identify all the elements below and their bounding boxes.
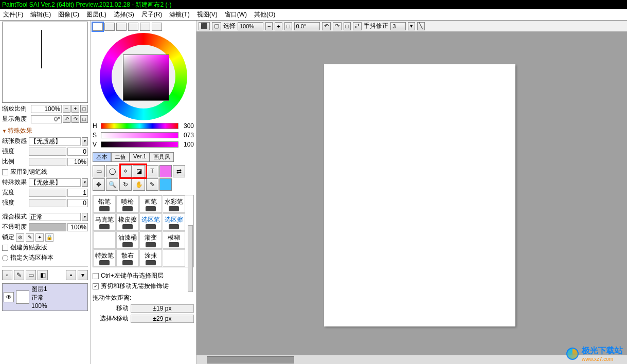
cut-move-checkbox[interactable]: ✓ — [93, 283, 99, 289]
move-tool[interactable]: ✥ — [93, 178, 105, 191]
swap-colors-icon[interactable]: ⇄ — [173, 165, 185, 177]
menu-edit[interactable]: 编辑(E) — [30, 10, 51, 19]
brush-airbrush[interactable]: 喷枪 — [116, 195, 139, 213]
shape-tool[interactable]: ◪ — [133, 165, 145, 177]
palette-tab-hsv[interactable] — [116, 23, 127, 31]
saturation-slider[interactable] — [101, 132, 178, 138]
hue-slider[interactable] — [101, 123, 178, 129]
menu-layer[interactable]: 图层(L) — [86, 10, 106, 19]
line-tool-icon[interactable]: ╲ — [417, 22, 425, 30]
palette-tab-swatches[interactable] — [128, 23, 138, 31]
brush-pencil[interactable]: 铅笔 — [93, 195, 116, 213]
zoom-reset-button[interactable]: □ — [80, 105, 88, 113]
opacity-value[interactable]: 100% — [67, 223, 88, 231]
lock-none-icon[interactable]: ⊘ — [16, 233, 24, 242]
tooltab-art[interactable]: 画具风 — [150, 152, 174, 162]
blend-mode-dropdown[interactable]: ▾ — [82, 213, 88, 221]
width-slider[interactable] — [29, 189, 66, 197]
layer-thumbnail[interactable] — [16, 290, 29, 304]
strength-slider[interactable] — [29, 148, 66, 156]
strength2-slider[interactable] — [29, 199, 66, 207]
color-wheel[interactable] — [95, 33, 192, 120]
hand-tool[interactable]: ✋ — [133, 178, 145, 191]
lock-pixels-icon[interactable]: ✎ — [26, 233, 34, 242]
eyedropper-tool[interactable]: ✎ — [146, 178, 158, 191]
lock-move-icon[interactable]: ✦ — [35, 233, 44, 242]
brush-selerase[interactable]: 选区擦 — [163, 213, 185, 231]
selmove-value[interactable]: ±29 px — [131, 315, 194, 323]
width-value[interactable]: 1 — [67, 189, 88, 197]
canvas-flip[interactable]: ⇄ — [353, 22, 362, 30]
canvas-angle-value[interactable]: 0.0° — [294, 22, 320, 30]
angle-reset-button[interactable]: □ — [80, 115, 88, 123]
menu-view[interactable]: 视图(V) — [197, 10, 218, 19]
canvas-rotate-cw[interactable]: ↷ — [333, 22, 342, 30]
menu-other[interactable]: 其他(O) — [254, 10, 275, 19]
brush-gradient[interactable]: 渐变 — [139, 231, 162, 249]
menu-window[interactable]: 窗口(W) — [225, 10, 247, 19]
rotate-ccw-button[interactable]: ↶ — [63, 115, 70, 123]
menu-filter[interactable]: 滤镜(T) — [169, 10, 189, 19]
palette-tab-grid[interactable] — [152, 23, 162, 31]
brush-scrollbar[interactable] — [188, 225, 193, 292]
new-folder-button[interactable]: ▭ — [26, 270, 36, 280]
stabilizer-toggle[interactable]: ⬛ — [199, 22, 210, 30]
brush-empty1[interactable] — [93, 231, 116, 249]
brush-brush[interactable]: 画笔 — [139, 195, 162, 213]
brush-empty2[interactable] — [163, 249, 185, 267]
tooltab-ver1[interactable]: Ver.1 — [130, 152, 150, 162]
delete-layer-button[interactable]: ▪ — [66, 270, 76, 280]
tooltab-basic[interactable]: 基本 — [93, 152, 111, 162]
strength-value[interactable]: 0 — [67, 148, 88, 156]
canvas-viewport[interactable] — [196, 32, 627, 355]
special-effect-value[interactable]: 【无效果】 — [29, 178, 81, 187]
layer-entry[interactable]: 👁 图层1 正常 100% — [2, 283, 88, 311]
ratio-slider[interactable] — [29, 158, 66, 166]
rect-select-tool[interactable]: ▭ — [93, 165, 105, 177]
canvas-rotate-ccw[interactable]: ↶ — [322, 22, 331, 30]
background-color[interactable] — [159, 178, 172, 191]
palette-tab-wheel[interactable] — [93, 23, 103, 31]
brush-marker[interactable]: 马克笔 — [93, 213, 116, 231]
new-linework-button[interactable]: ✎ — [14, 270, 24, 280]
menu-file[interactable]: 文件(F) — [3, 10, 23, 19]
tooltab-binary[interactable]: 二值 — [111, 152, 130, 162]
rotate-cw-button[interactable]: ↷ — [71, 115, 79, 123]
brush-selpen[interactable]: 选区笔 — [139, 213, 162, 231]
menu-select[interactable]: 选择(S) — [114, 10, 134, 19]
paper-texture-dropdown[interactable]: ▾ — [82, 137, 88, 145]
canvas-angle-reset[interactable]: □ — [344, 22, 351, 30]
menu-ruler[interactable]: 尺子(R) — [141, 10, 163, 19]
opacity-slider[interactable] — [29, 223, 66, 231]
apply-pen-checkbox[interactable] — [2, 169, 8, 175]
menu-image[interactable]: 图像(C) — [58, 10, 79, 19]
zoom-tool[interactable]: 🔍 — [106, 178, 118, 191]
navigator-thumbnail[interactable] — [2, 22, 88, 103]
effects-header[interactable]: 特殊效果 — [2, 126, 88, 135]
canvas-zoom-reset[interactable]: □ — [284, 22, 292, 30]
magic-wand-tool[interactable]: ✧ — [119, 165, 132, 177]
select-mode-checkbox[interactable]: ▢ — [212, 22, 221, 30]
palette-tab-rgb[interactable] — [104, 23, 115, 31]
move-value[interactable]: ±19 px — [131, 304, 194, 313]
lasso-tool[interactable]: ◯ — [106, 165, 118, 177]
special-effect-dropdown[interactable]: ▾ — [82, 178, 88, 187]
angle-value[interactable]: 0° — [31, 115, 62, 123]
layer-visibility-icon[interactable]: 👁 — [4, 292, 14, 302]
brush-eraser[interactable]: 橡皮擦 — [116, 213, 139, 231]
canvas-page[interactable] — [324, 64, 515, 326]
zoom-out-button[interactable]: − — [63, 105, 70, 113]
selection-sample-radio[interactable] — [2, 255, 8, 261]
brush-effect[interactable]: 特效笔 — [93, 249, 116, 267]
blend-mode-value[interactable]: 正常 — [29, 213, 81, 221]
ctrl-click-checkbox[interactable] — [93, 273, 99, 279]
brush-bucket[interactable]: 油漆桶 — [116, 231, 139, 249]
brush-watercolor[interactable]: 水彩笔 — [163, 195, 185, 213]
zoom-value[interactable]: 100% — [31, 105, 62, 113]
zoom-in-button[interactable]: + — [71, 105, 79, 113]
brush-blur[interactable]: 模糊 — [163, 231, 185, 249]
foreground-color[interactable] — [159, 165, 172, 177]
canvas-zoom-in[interactable]: + — [275, 22, 282, 30]
brush-smudge[interactable]: 涂抹 — [139, 249, 162, 267]
paper-texture-value[interactable]: 【无质感】 — [29, 137, 81, 145]
